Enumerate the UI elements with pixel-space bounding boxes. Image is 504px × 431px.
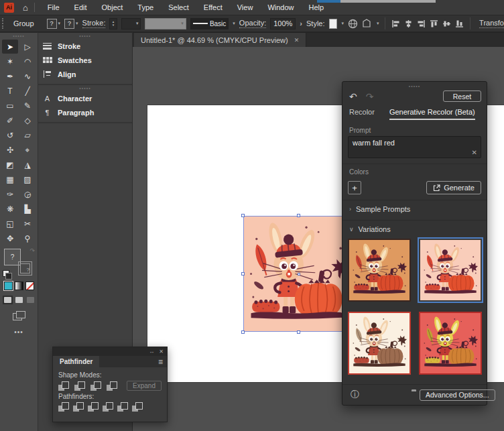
recolor-artwork-icon[interactable] (348, 19, 358, 29)
tab-recolor[interactable]: Recolor (349, 108, 375, 120)
align-right-icon[interactable] (417, 19, 426, 28)
tool-puppet-warp[interactable]: ⌖ (19, 143, 36, 157)
tool-type[interactable]: T (2, 84, 18, 98)
selection-handle[interactable] (297, 330, 300, 334)
shape-mode-unite-icon[interactable] (58, 381, 69, 391)
none-mode-button[interactable] (25, 282, 34, 290)
tab-pathfinder[interactable]: Pathfinder (53, 356, 99, 367)
chevron-down-icon[interactable]: ▾ (341, 21, 344, 26)
tool-lasso[interactable]: ◠ (19, 54, 36, 68)
dock-item-align[interactable]: Align (38, 67, 132, 81)
tool-eyedropper[interactable]: ✑ (2, 187, 18, 201)
gradient-mode-button[interactable] (15, 282, 23, 290)
menu-view[interactable]: View (230, 3, 261, 11)
add-color-button[interactable]: + (348, 181, 361, 194)
undo-icon[interactable]: ↶ (349, 91, 357, 102)
stroke-color-control[interactable]: ? ▾ (64, 19, 78, 29)
shape-mode-minus-front-icon[interactable] (74, 381, 85, 391)
selected-artwork[interactable] (243, 216, 354, 332)
tool-slice[interactable]: ✂ (19, 217, 36, 231)
tool-selection[interactable]: ➤ (2, 40, 18, 54)
pathfinder-divide-icon[interactable] (58, 402, 69, 412)
opacity-expand-icon[interactable]: › (300, 19, 302, 27)
shape-mode-intersect-icon[interactable] (90, 381, 101, 391)
edit-toolbar-ellipsis[interactable]: ••• (0, 328, 38, 336)
tool-free-transform[interactable]: ▱ (19, 128, 36, 142)
change-screen-mode-icon[interactable] (13, 311, 25, 320)
menu-effect[interactable]: Effect (196, 3, 230, 11)
stroke-swatch[interactable]: ? (64, 19, 74, 29)
tool-curvature[interactable]: ∿ (19, 69, 36, 83)
panel-drag-dots[interactable]: ••••• (0, 33, 38, 39)
tool-direct-selection[interactable]: ▷ (19, 40, 36, 54)
align-bottom-icon[interactable] (455, 19, 464, 28)
tool-blend[interactable]: ◶ (19, 187, 36, 201)
home-icon[interactable]: ⌂ (23, 3, 28, 12)
close-icon[interactable]: ✕ (294, 37, 300, 44)
dock-item-swatches[interactable]: Swatches (38, 53, 132, 67)
pathfinder-merge-icon[interactable] (88, 402, 99, 412)
menu-object[interactable]: Object (94, 3, 131, 11)
panel-drag-dots[interactable]: ••••• (342, 83, 487, 89)
tool-artboard[interactable]: ◱ (2, 217, 18, 231)
tool-width[interactable]: ✣ (2, 143, 18, 157)
stroke-proxy-swatch[interactable]: ? (18, 261, 32, 275)
transform-link[interactable]: Transfo (479, 19, 504, 28)
chevron-down-icon[interactable]: ▾ (377, 21, 379, 26)
tool-pen[interactable]: ✒ (2, 69, 18, 83)
menu-type[interactable]: Type (130, 3, 161, 11)
swap-fill-stroke-icon[interactable]: ↷ (29, 247, 35, 254)
default-fill-stroke-icon[interactable] (3, 270, 9, 277)
menu-file[interactable]: File (40, 3, 67, 11)
fill-color-control[interactable]: ? ▾ (47, 19, 61, 29)
pathfinder-crop-icon[interactable] (103, 402, 113, 412)
tool-hand[interactable]: ✥ (2, 231, 18, 245)
menu-select[interactable]: Select (161, 3, 196, 11)
dock-item-stroke[interactable]: Stroke (38, 39, 132, 53)
tool-shape-builder[interactable]: ◩ (2, 158, 18, 172)
tool-paintbrush[interactable]: ✎ (19, 99, 36, 113)
stroke-weight-dropdown[interactable]: ▾ (121, 18, 141, 29)
panel-drag-dots[interactable]: ••••• (38, 85, 132, 91)
generate-button[interactable]: Generate (426, 181, 481, 194)
menu-edit[interactable]: Edit (67, 3, 94, 11)
menu-window[interactable]: Window (260, 3, 301, 11)
control-bar-drag-handle[interactable] (2, 18, 3, 29)
close-icon[interactable]: ✕ (159, 349, 164, 355)
stroke-weight-label[interactable]: Stroke: (82, 19, 106, 28)
pathfinder-trim-icon[interactable] (73, 402, 84, 412)
chevron-down-icon[interactable]: ▾ (58, 21, 61, 26)
tool-eraser[interactable]: ◇ (19, 113, 36, 127)
select-similar-options-icon[interactable] (362, 19, 373, 28)
opacity-value-field[interactable]: 100% (270, 18, 296, 29)
document-tab[interactable]: Untitled-1* @ 44.69 % (CMYK/CPU Preview)… (134, 33, 306, 47)
fill-stroke-proxy[interactable]: ? ↷ ? (3, 249, 34, 277)
tool-magic-wand[interactable]: ✶ (2, 54, 18, 68)
menu-help[interactable]: Help (302, 3, 332, 11)
graphic-style-swatch[interactable] (329, 19, 338, 29)
align-vertical-center-icon[interactable] (442, 19, 451, 28)
chevron-down-icon[interactable]: ▾ (233, 21, 235, 26)
illustrator-logo-icon[interactable]: Ai (4, 3, 14, 13)
reset-button[interactable]: Reset (443, 90, 481, 102)
align-horizontal-center-icon[interactable] (404, 19, 413, 28)
variation-thumbnail-variation-1[interactable] (348, 239, 411, 302)
tool-gradient[interactable]: ▨ (19, 172, 36, 186)
tool-mesh[interactable]: ▦ (2, 172, 18, 186)
tab-generative-recolor[interactable]: Generative Recolor (Beta) (389, 108, 475, 120)
dock-item-paragraph[interactable]: ¶Paragraph (38, 105, 132, 119)
panel-drag-dots[interactable]: ••••• (38, 33, 132, 39)
variation-thumbnail-variation-4[interactable] (419, 312, 482, 375)
selection-handle[interactable] (241, 272, 245, 275)
tool-rotate[interactable]: ↺ (2, 128, 18, 142)
dock-item-character[interactable]: ACharacter (38, 91, 132, 105)
selection-handle[interactable] (241, 330, 245, 334)
chevron-down-icon[interactable]: ▾ (76, 21, 78, 26)
tool-column-graph[interactable]: ▙ (19, 202, 36, 216)
pathfinder-outline-icon[interactable] (117, 402, 128, 412)
tool-line-segment[interactable]: ╱ (19, 84, 36, 98)
shape-mode-exclude-icon[interactable] (107, 381, 117, 391)
tool-rectangle[interactable]: ▭ (2, 99, 18, 113)
collapse-panel-icon[interactable]: ↔ (149, 349, 154, 355)
align-left-icon[interactable] (391, 19, 400, 28)
